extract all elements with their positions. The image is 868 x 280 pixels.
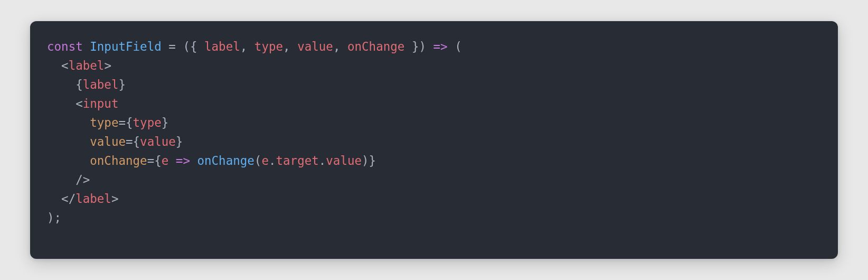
tag-close: > [111,192,119,206]
expr-label: label [83,78,119,91]
destructure-close: }) [404,40,433,53]
keyword-const: const [47,40,83,53]
tag-open: < [76,97,83,110]
attr-onchange: onChange [90,154,147,167]
obj-e: e [261,154,269,167]
dot: . [269,154,276,167]
param-label: label [204,40,240,53]
call-onchange: onChange [197,154,254,167]
brace-close: } [162,116,169,129]
brace-open: { [154,154,162,167]
comma: , [240,40,254,53]
brace-open: { [133,135,140,148]
tag-close: > [104,59,111,72]
code-content: const InputField = ({ label, type, value… [47,37,821,227]
brace-close: } [118,78,126,91]
dot: . [319,154,326,167]
param-value: value [297,40,333,53]
ws [190,154,197,167]
attr-eq: = [126,135,133,148]
brace-close: } [176,135,183,148]
ws [162,40,169,53]
indent [47,192,61,206]
comma: , [283,40,297,53]
end: ); [47,211,61,225]
indent [47,59,61,72]
component-name: InputField [90,40,161,53]
arrow: => [433,40,448,53]
jsx-tag-input: input [83,97,119,110]
indent [47,78,76,91]
jsx-tag-label: label [69,59,105,72]
code-block: const InputField = ({ label, type, value… [30,21,838,259]
brace-open: { [76,78,83,91]
attr-value: value [90,135,126,148]
expr-type: type [133,116,162,129]
indent [47,154,90,167]
comma: , [333,40,347,53]
brace-close: } [369,154,376,167]
operator-equals: = [168,40,176,53]
param-type: type [254,40,283,53]
indent [47,135,90,148]
tag-open-close: </ [61,192,76,206]
indent [47,97,76,110]
member-value: value [326,154,362,167]
brace-open: { [126,116,133,129]
attr-type: type [90,116,118,129]
ws [168,154,176,167]
destructure-open: ({ [183,40,204,53]
paren-open: ( [448,40,462,53]
paren-close: ) [362,154,369,167]
arrow: => [176,154,190,167]
indent [47,116,90,129]
paren-open: ( [254,154,262,167]
indent [47,173,76,186]
arg-e: e [162,154,169,167]
param-onchange: onChange [347,40,404,53]
self-close: /> [76,173,90,186]
expr-value: value [140,135,176,148]
attr-eq: = [118,116,126,129]
ws [83,40,90,53]
attr-eq: = [147,154,155,167]
tag-open: < [61,59,69,72]
member-target: target [276,154,319,167]
jsx-tag-label-close: label [76,192,111,206]
ws [176,40,183,53]
